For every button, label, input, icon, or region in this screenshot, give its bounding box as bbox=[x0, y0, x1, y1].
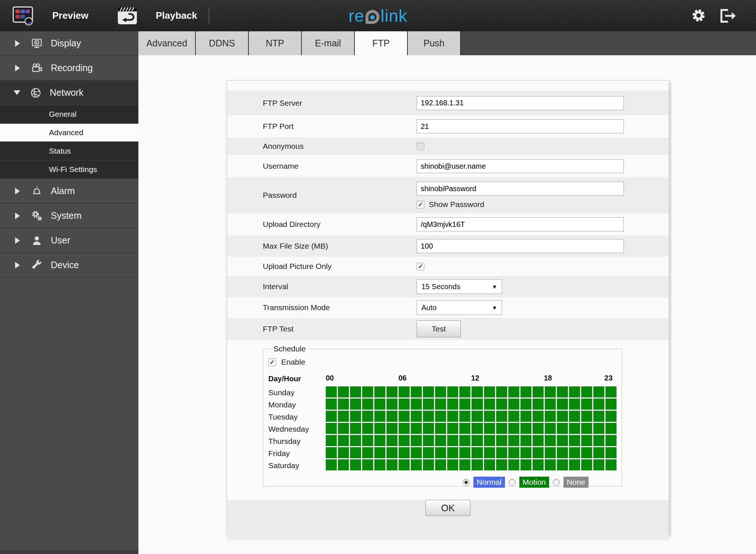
schedule-cell[interactable] bbox=[533, 399, 544, 410]
schedule-cell[interactable] bbox=[386, 423, 398, 434]
schedule-cell[interactable] bbox=[508, 459, 519, 470]
schedule-cell[interactable] bbox=[374, 399, 385, 410]
schedule-cell[interactable] bbox=[581, 447, 592, 458]
schedule-cell[interactable] bbox=[350, 459, 361, 470]
show-password-checkbox[interactable]: ✓ bbox=[417, 201, 424, 208]
schedule-cell[interactable] bbox=[545, 423, 556, 434]
mode-chip-motion[interactable]: Motion bbox=[519, 477, 549, 488]
ok-button[interactable]: OK bbox=[425, 500, 470, 516]
schedule-cell[interactable] bbox=[593, 386, 604, 397]
schedule-cell[interactable] bbox=[533, 423, 544, 434]
schedule-cell[interactable] bbox=[399, 386, 410, 397]
schedule-cell[interactable] bbox=[533, 386, 544, 397]
schedule-cell[interactable] bbox=[411, 459, 422, 470]
schedule-cell[interactable] bbox=[338, 411, 349, 422]
schedule-cell[interactable] bbox=[496, 459, 507, 470]
schedule-cell[interactable] bbox=[435, 447, 446, 458]
schedule-cell[interactable] bbox=[338, 399, 349, 410]
schedule-cell[interactable] bbox=[423, 386, 434, 397]
schedule-cell[interactable] bbox=[508, 435, 519, 446]
schedule-cell[interactable] bbox=[605, 435, 617, 446]
schedule-cell[interactable] bbox=[411, 386, 422, 397]
schedule-cell[interactable] bbox=[593, 447, 604, 458]
schedule-cell[interactable] bbox=[435, 423, 446, 434]
schedule-cell[interactable] bbox=[374, 423, 385, 434]
schedule-cell[interactable] bbox=[411, 423, 422, 434]
schedule-cell[interactable] bbox=[557, 411, 568, 422]
schedule-cell[interactable] bbox=[435, 386, 446, 397]
upload-picture-only-checkbox[interactable]: ✓ bbox=[417, 263, 424, 270]
schedule-cell[interactable] bbox=[508, 386, 519, 397]
sidebar-subitem-advanced[interactable]: Advanced bbox=[0, 124, 138, 142]
schedule-cell[interactable] bbox=[386, 399, 398, 410]
schedule-cell[interactable] bbox=[374, 459, 385, 470]
schedule-cell[interactable] bbox=[435, 459, 446, 470]
schedule-cell[interactable] bbox=[362, 423, 373, 434]
schedule-cell[interactable] bbox=[399, 435, 410, 446]
schedule-cell[interactable] bbox=[326, 459, 337, 470]
schedule-cell[interactable] bbox=[569, 399, 580, 410]
schedule-cell[interactable] bbox=[569, 435, 580, 446]
schedule-cell[interactable] bbox=[374, 447, 385, 458]
schedule-cell[interactable] bbox=[569, 411, 580, 422]
schedule-cell[interactable] bbox=[338, 423, 349, 434]
upload-directory-input[interactable] bbox=[417, 217, 624, 231]
schedule-cell[interactable] bbox=[447, 435, 458, 446]
schedule-cell[interactable] bbox=[447, 411, 458, 422]
schedule-cell[interactable] bbox=[581, 435, 592, 446]
schedule-cell[interactable] bbox=[484, 423, 495, 434]
schedule-cell[interactable] bbox=[593, 411, 604, 422]
schedule-cell[interactable] bbox=[496, 447, 507, 458]
ftp-port-input[interactable] bbox=[417, 119, 624, 133]
schedule-cell[interactable] bbox=[338, 447, 349, 458]
schedule-cell[interactable] bbox=[459, 447, 470, 458]
tab-ntp[interactable]: NTP bbox=[249, 31, 302, 55]
schedule-cell[interactable] bbox=[435, 411, 446, 422]
schedule-cell[interactable] bbox=[386, 435, 398, 446]
sidebar-item-display[interactable]: Display bbox=[0, 31, 138, 56]
max-file-size-input[interactable] bbox=[417, 239, 624, 253]
schedule-cell[interactable] bbox=[484, 399, 495, 410]
mode-radio-normal[interactable] bbox=[463, 479, 470, 486]
schedule-cell[interactable] bbox=[435, 435, 446, 446]
schedule-cell[interactable] bbox=[557, 435, 568, 446]
schedule-cell[interactable] bbox=[557, 423, 568, 434]
sidebar-item-system[interactable]: System bbox=[0, 204, 138, 228]
schedule-cell[interactable] bbox=[520, 459, 531, 470]
schedule-cell[interactable] bbox=[471, 423, 483, 434]
schedule-cell[interactable] bbox=[350, 423, 361, 434]
schedule-cell[interactable] bbox=[350, 435, 361, 446]
schedule-cell[interactable] bbox=[471, 459, 483, 470]
schedule-cell[interactable] bbox=[605, 411, 617, 422]
schedule-cell[interactable] bbox=[423, 459, 434, 470]
schedule-cell[interactable] bbox=[326, 386, 337, 397]
schedule-cell[interactable] bbox=[496, 423, 507, 434]
schedule-cell[interactable] bbox=[520, 399, 531, 410]
settings-gear-icon[interactable] bbox=[690, 7, 707, 24]
schedule-cell[interactable] bbox=[326, 447, 337, 458]
schedule-cell[interactable] bbox=[484, 435, 495, 446]
ftp-test-button[interactable]: Test bbox=[417, 320, 461, 337]
schedule-enable-checkbox[interactable]: ✓ bbox=[268, 358, 276, 366]
schedule-cell[interactable] bbox=[423, 447, 434, 458]
schedule-cell[interactable] bbox=[399, 447, 410, 458]
schedule-cell[interactable] bbox=[362, 447, 373, 458]
schedule-cell[interactable] bbox=[423, 411, 434, 422]
schedule-cell[interactable] bbox=[605, 399, 617, 410]
logout-icon[interactable] bbox=[718, 8, 738, 24]
schedule-cell[interactable] bbox=[459, 435, 470, 446]
schedule-cell[interactable] bbox=[569, 459, 580, 470]
schedule-cell[interactable] bbox=[545, 411, 556, 422]
schedule-cell[interactable] bbox=[581, 386, 592, 397]
schedule-cell[interactable] bbox=[459, 399, 470, 410]
mode-radio-motion[interactable] bbox=[509, 479, 516, 486]
ftp-server-input[interactable] bbox=[417, 96, 624, 110]
schedule-cell[interactable] bbox=[581, 423, 592, 434]
schedule-cell[interactable] bbox=[459, 423, 470, 434]
schedule-cell[interactable] bbox=[484, 411, 495, 422]
schedule-cell[interactable] bbox=[593, 399, 604, 410]
schedule-cell[interactable] bbox=[399, 411, 410, 422]
schedule-cell[interactable] bbox=[557, 399, 568, 410]
schedule-cell[interactable] bbox=[605, 459, 617, 470]
schedule-cell[interactable] bbox=[593, 459, 604, 470]
